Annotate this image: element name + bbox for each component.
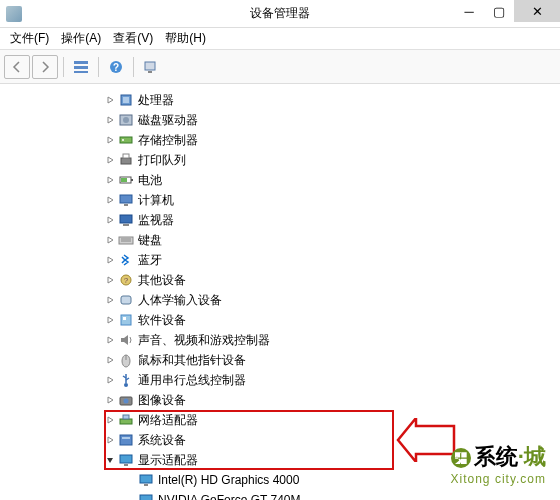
- svg-rect-1: [74, 66, 88, 69]
- disk-icon: [118, 112, 134, 128]
- minimize-button[interactable]: ─: [454, 0, 484, 22]
- menu-help[interactable]: 帮助(H): [159, 28, 212, 49]
- tree-item[interactable]: 系统设备: [104, 430, 556, 450]
- svg-rect-40: [120, 455, 132, 463]
- expand-icon[interactable]: [104, 434, 116, 446]
- tree-item-label: 蓝牙: [138, 252, 162, 269]
- tree-item[interactable]: 计算机: [104, 190, 556, 210]
- svg-rect-39: [122, 437, 130, 439]
- tree-item[interactable]: 打印队列: [104, 150, 556, 170]
- toolbar-scan-button[interactable]: [139, 55, 163, 79]
- tree-item-label: 存储控制器: [138, 132, 198, 149]
- tree-item[interactable]: 监视器: [104, 210, 556, 230]
- expand-icon[interactable]: [104, 354, 116, 366]
- bluetooth-icon: [118, 252, 134, 268]
- monitor-icon: [118, 212, 134, 228]
- tree-item-label: 其他设备: [138, 272, 186, 289]
- toolbar-separator: [133, 57, 134, 77]
- tree-item[interactable]: 声音、视频和游戏控制器: [104, 330, 556, 350]
- device-tree[interactable]: 处理器磁盘驱动器存储控制器打印队列电池计算机监视器键盘蓝牙?其他设备人体学输入设…: [0, 84, 560, 500]
- svg-rect-20: [120, 215, 132, 223]
- svg-text:?: ?: [113, 62, 119, 73]
- close-button[interactable]: ✕: [514, 0, 560, 22]
- app-icon: [6, 6, 22, 22]
- tree-item[interactable]: 通用串行总线控制器: [104, 370, 556, 390]
- expand-icon[interactable]: [104, 194, 116, 206]
- expand-icon[interactable]: [104, 94, 116, 106]
- tree-item[interactable]: 图像设备: [104, 390, 556, 410]
- tree-item-label: 声音、视频和游戏控制器: [138, 332, 270, 349]
- svg-rect-19: [124, 204, 128, 206]
- toolbar-details-button[interactable]: [69, 55, 93, 79]
- tree-item-label: 打印队列: [138, 152, 186, 169]
- tree-item[interactable]: 磁盘驱动器: [104, 110, 556, 130]
- tree-item[interactable]: 蓝牙: [104, 250, 556, 270]
- tree-item[interactable]: 人体学输入设备: [104, 290, 556, 310]
- tree-item-label: 键盘: [138, 232, 162, 249]
- tree-item-label: 电池: [138, 172, 162, 189]
- svg-rect-2: [74, 71, 88, 73]
- svg-rect-21: [123, 224, 129, 226]
- maximize-button[interactable]: ▢: [484, 0, 514, 22]
- storage-icon: [118, 132, 134, 148]
- expand-icon[interactable]: [104, 414, 116, 426]
- toolbar-separator: [63, 57, 64, 77]
- window-controls: ─ ▢ ✕: [454, 0, 560, 22]
- collapse-icon[interactable]: [104, 454, 116, 466]
- tree-item[interactable]: 软件设备: [104, 310, 556, 330]
- tree-item[interactable]: 鼠标和其他指针设备: [104, 350, 556, 370]
- svg-point-12: [122, 139, 124, 141]
- tree-item[interactable]: ?其他设备: [104, 270, 556, 290]
- svg-point-10: [123, 117, 129, 123]
- expand-icon[interactable]: [104, 334, 116, 346]
- tree-child-item[interactable]: Intel(R) HD Graphics 4000: [124, 470, 556, 490]
- tree-item[interactable]: 网络适配器: [104, 410, 556, 430]
- svg-rect-18: [120, 195, 132, 203]
- expand-icon[interactable]: [104, 174, 116, 186]
- expand-icon[interactable]: [104, 114, 116, 126]
- expand-icon[interactable]: [104, 214, 116, 226]
- computer-icon: [118, 192, 134, 208]
- tree-item[interactable]: 存储控制器: [104, 130, 556, 150]
- expand-icon[interactable]: [104, 394, 116, 406]
- toolbar-help-button[interactable]: ?: [104, 55, 128, 79]
- menu-action[interactable]: 操作(A): [55, 28, 107, 49]
- nav-forward-button[interactable]: [32, 55, 58, 79]
- tree-item-label: 鼠标和其他指针设备: [138, 352, 246, 369]
- svg-rect-11: [120, 137, 132, 143]
- battery-icon: [118, 172, 134, 188]
- nav-back-button[interactable]: [4, 55, 30, 79]
- svg-rect-16: [131, 179, 133, 181]
- software-icon: [118, 312, 134, 328]
- expand-icon[interactable]: [104, 254, 116, 266]
- usb-icon: [118, 372, 134, 388]
- menu-file[interactable]: 文件(F): [4, 28, 55, 49]
- tree-item-label: 通用串行总线控制器: [138, 372, 246, 389]
- expand-icon[interactable]: [104, 314, 116, 326]
- tree-item-label: 处理器: [138, 92, 174, 109]
- menu-view[interactable]: 查看(V): [107, 28, 159, 49]
- expand-icon[interactable]: [104, 154, 116, 166]
- tree-item[interactable]: 处理器: [104, 90, 556, 110]
- svg-rect-29: [123, 317, 126, 320]
- tree-item-label: NVIDIA GeForce GT 740M: [158, 493, 301, 500]
- menubar: 文件(F) 操作(A) 查看(V) 帮助(H): [0, 28, 560, 50]
- tree-child-item[interactable]: NVIDIA GeForce GT 740M: [124, 490, 556, 500]
- svg-rect-17: [121, 178, 127, 182]
- expand-icon[interactable]: [104, 134, 116, 146]
- tree-item-label: 磁盘驱动器: [138, 112, 198, 129]
- svg-text:?: ?: [124, 276, 129, 285]
- expand-icon[interactable]: [104, 374, 116, 386]
- svg-rect-37: [123, 415, 129, 419]
- tree-item[interactable]: 电池: [104, 170, 556, 190]
- imaging-icon: [118, 392, 134, 408]
- expand-icon[interactable]: [104, 234, 116, 246]
- expand-icon[interactable]: [104, 294, 116, 306]
- tree-item[interactable]: 显示适配器: [104, 450, 556, 470]
- tree-item-label: 网络适配器: [138, 412, 198, 429]
- expand-icon[interactable]: [104, 274, 116, 286]
- tree-item-label: 人体学输入设备: [138, 292, 222, 309]
- toolbar-separator: [98, 57, 99, 77]
- hid-icon: [118, 292, 134, 308]
- tree-item[interactable]: 键盘: [104, 230, 556, 250]
